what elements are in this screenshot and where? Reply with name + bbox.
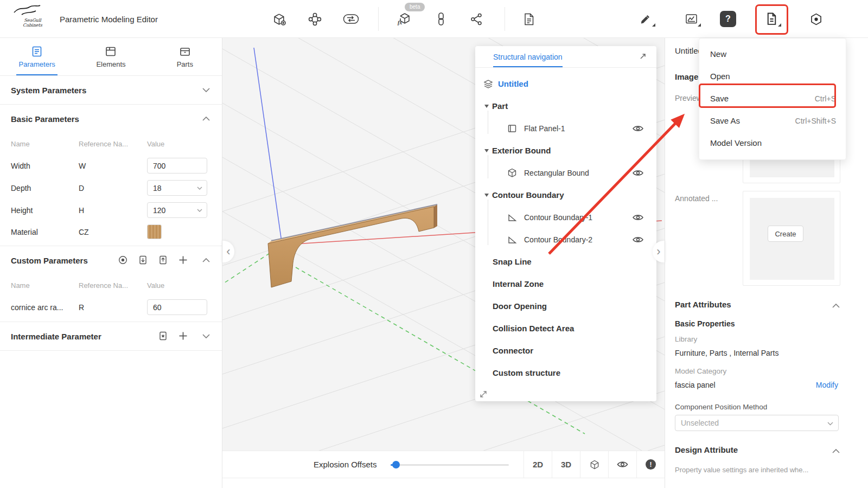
tree-category-custom-structure[interactable]: Custom structure	[475, 362, 656, 384]
design-attribute-note: Property value settings are inherited wh…	[675, 466, 857, 474]
doc-star-icon[interactable]	[158, 331, 168, 341]
dropdown-caret-icon	[652, 23, 655, 27]
seagull-icon	[13, 4, 41, 18]
contour-icon	[507, 213, 517, 222]
expand-triangle-icon[interactable]	[484, 149, 489, 152]
file-menu-button[interactable]	[761, 9, 782, 29]
param-table-header: Name Reference Na... Value	[0, 274, 222, 296]
cube-icon	[589, 459, 600, 470]
depth-select[interactable]: 18	[147, 180, 207, 196]
render-image-icon	[685, 12, 698, 25]
structural-navigation-tab[interactable]: Structural navigation	[493, 53, 563, 67]
height-select[interactable]: 120	[147, 202, 207, 218]
chevron-down-icon[interactable]	[202, 334, 210, 338]
file-dropdown-menu: New Open Save Ctrl+S Save As Ctrl+Shift+…	[699, 38, 846, 160]
tree-group-contour-boundary[interactable]: Contour Boundary	[475, 184, 656, 206]
section-custom-parameters[interactable]: Custom Parameters	[0, 246, 222, 274]
pencil-icon	[639, 12, 652, 25]
smart-assembly-button[interactable]	[304, 9, 325, 29]
export-parameters-icon[interactable]	[158, 255, 168, 265]
tree-group-exterior-bound[interactable]: Exterior Bound	[475, 139, 656, 162]
edit-tools-button[interactable]	[635, 9, 656, 29]
visibility-eye-icon[interactable]	[633, 169, 643, 177]
chevron-up-icon[interactable]	[832, 449, 840, 453]
help-button[interactable]: ?	[720, 9, 736, 29]
expand-triangle-icon[interactable]	[484, 105, 489, 108]
expand-triangle-icon[interactable]	[484, 194, 489, 197]
menu-item-model-version[interactable]: Model Version	[699, 132, 846, 154]
swap-mode-button[interactable]	[341, 9, 361, 29]
position-method-select[interactable]: Unselected	[675, 415, 839, 431]
tree-item-contour-boundary-1[interactable]: Contour Boundary-1	[475, 206, 656, 228]
library-value: Furniture, Parts , Internal Parts	[675, 349, 778, 357]
tree-group-part[interactable]: Part	[475, 95, 656, 117]
model-library-button[interactable]	[269, 9, 290, 29]
share-structure-button[interactable]	[466, 9, 487, 29]
mode-2d-button[interactable]: 2D	[524, 451, 552, 478]
add-parameter-icon[interactable]	[178, 255, 188, 265]
slider-knob[interactable]	[392, 461, 400, 468]
width-input[interactable]	[147, 158, 207, 174]
basic-properties-title: Basic Properties	[675, 319, 735, 328]
chevron-up-icon[interactable]	[832, 304, 840, 308]
tree-item-contour-boundary-2[interactable]: Contour Boundary-2	[475, 228, 656, 251]
smart-assembly-icon	[308, 12, 322, 26]
menu-item-save-as[interactable]: Save As Ctrl+Shift+S	[699, 110, 846, 132]
visibility-eye-icon[interactable]	[633, 214, 643, 221]
formula-model-button[interactable]: beta fx	[394, 9, 414, 29]
visibility-eye-icon[interactable]	[633, 125, 643, 132]
section-basic-parameters[interactable]: Basic Parameters	[0, 105, 222, 133]
tree-item-flat-panel[interactable]: Flat Panel-1	[475, 117, 656, 139]
tree-category-connector[interactable]: Connector	[475, 339, 656, 362]
tree-item-root[interactable]: Untitled	[475, 73, 656, 95]
cornice-arc-input[interactable]	[147, 299, 207, 315]
design-attribute-title: Design Attribute	[675, 445, 738, 454]
cube-view-button[interactable]	[580, 451, 608, 478]
annotated-label: Annotated ...	[675, 194, 718, 203]
material-swatch[interactable]	[147, 224, 162, 239]
tree-category-snap-line[interactable]: Snap Line	[475, 251, 656, 273]
tab-parts[interactable]: Parts	[148, 38, 222, 75]
mode-3d-button[interactable]: 3D	[552, 451, 580, 478]
model-fascia-panel	[268, 204, 437, 287]
explosion-offsets-label: Explosion Offsets	[314, 460, 376, 469]
chevron-up-icon[interactable]	[202, 258, 210, 262]
resize-handle-icon[interactable]	[480, 390, 487, 398]
position-method-label: Component Position Method	[675, 403, 767, 411]
svg-text:fx: fx	[398, 20, 402, 25]
document-button[interactable]	[519, 9, 539, 29]
expand-panel-icon[interactable]	[639, 52, 647, 61]
section-system-parameters[interactable]: System Parameters	[0, 76, 222, 104]
link-button[interactable]	[431, 9, 451, 29]
library-label: Library	[675, 335, 697, 343]
tab-parameters[interactable]: Parameters	[0, 38, 74, 75]
menu-item-open[interactable]: Open	[699, 65, 846, 87]
menu-item-new[interactable]: New	[699, 43, 846, 65]
manage-parameters-icon[interactable]	[118, 255, 127, 265]
tree-category-internal-zone[interactable]: Internal Zone	[475, 273, 656, 295]
create-button[interactable]: Create	[768, 226, 803, 242]
tree-item-rectangular-bound[interactable]: Rectangular Bound	[475, 162, 656, 184]
add-parameter-icon[interactable]	[178, 331, 188, 341]
app-logo: SeaGullCabinets	[13, 4, 52, 28]
settings-button[interactable]	[806, 9, 826, 29]
import-parameters-icon[interactable]	[138, 255, 148, 265]
chevron-up-icon[interactable]	[202, 117, 210, 121]
warning-button[interactable]: !	[636, 451, 665, 478]
render-image-button[interactable]	[681, 9, 701, 29]
formula-cube-icon: fx	[397, 12, 411, 26]
tree-category-door-opening[interactable]: Door Opening	[475, 295, 656, 317]
file-icon	[765, 12, 778, 26]
tree-category-collision-detect-area[interactable]: Collision Detect Area	[475, 317, 656, 339]
menu-item-save[interactable]: Save Ctrl+S	[699, 87, 846, 110]
visibility-eye-icon[interactable]	[633, 236, 643, 243]
image-section-title: Image	[675, 72, 698, 81]
modify-link[interactable]: Modify	[816, 381, 838, 389]
z-axis-line	[254, 48, 284, 256]
section-intermediate-parameter[interactable]: Intermediate Parameter	[0, 322, 222, 350]
visibility-button[interactable]	[608, 451, 636, 478]
eye-icon	[617, 460, 628, 468]
explosion-offsets-slider[interactable]	[391, 461, 509, 468]
tab-elements[interactable]: Elements	[74, 38, 148, 75]
chevron-down-icon[interactable]	[202, 88, 210, 92]
